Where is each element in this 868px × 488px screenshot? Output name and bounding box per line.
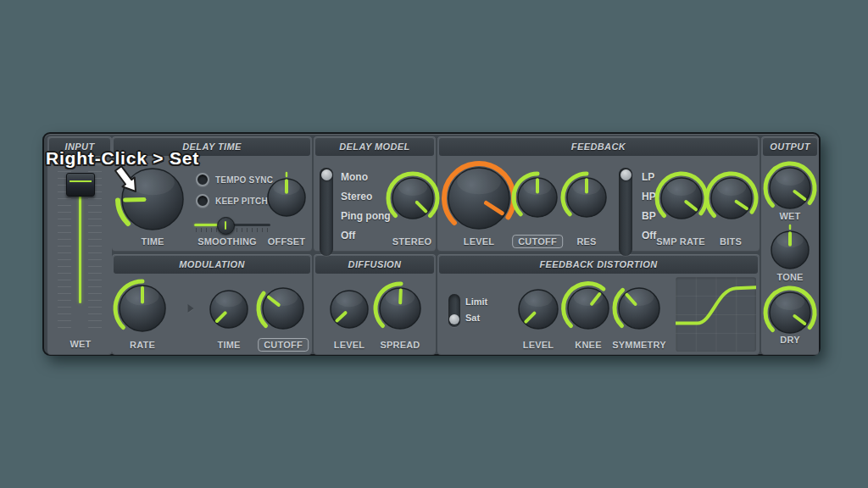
feedback-cutoff-knob[interactable]	[510, 170, 565, 225]
modulation-time-knob[interactable]	[203, 283, 255, 336]
modulation-route-arrow-icon	[188, 304, 194, 313]
slider-handle[interactable]	[66, 173, 95, 197]
diffusion-spread-knob-label: SPREAD	[380, 340, 420, 350]
option-off[interactable]: Off	[642, 226, 656, 246]
bits-knob-label: BITS	[720, 236, 742, 247]
distortion-mode-switch[interactable]	[448, 294, 460, 327]
output-dry-knob[interactable]	[762, 285, 818, 341]
modulation-cutoff-knob-label[interactable]: CUTOFF	[258, 338, 309, 352]
keep-pitch-led-button[interactable]	[196, 194, 209, 208]
smoothing-label: SMOOTHING	[198, 236, 257, 247]
smoothing-slider[interactable]	[194, 217, 270, 236]
distortion-mode-switch-handle[interactable]	[449, 314, 459, 324]
delay-model-selector-handle[interactable]	[321, 169, 332, 180]
tone-knob-label: TONE	[776, 272, 803, 282]
sample-rate-knob-label: SMP RATE	[656, 236, 704, 247]
feedback-panel-title: FEEDBACK	[439, 138, 758, 156]
diffusion-level-knob[interactable]	[323, 283, 376, 336]
feedback-level-knob[interactable]	[441, 160, 517, 236]
modulation-rate-knob[interactable]	[112, 278, 173, 339]
resonance-knob-label: RES	[576, 236, 596, 247]
option-limit[interactable]: Limit	[465, 294, 487, 310]
delay-time-knob-label: TIME	[141, 236, 164, 247]
diffusion-panel-title: DIFFUSION	[315, 256, 434, 274]
modulation-panel-title: MODULATION	[114, 256, 310, 274]
feedback-cutoff-knob-label[interactable]: CUTOFF	[512, 235, 563, 248]
tone-knob[interactable]	[764, 224, 816, 276]
diffusion-level-knob-label: LEVEL	[334, 340, 364, 350]
distortion-knee-knob[interactable]	[560, 280, 616, 336]
offset-knob[interactable]	[260, 171, 313, 224]
tempo-sync-led-button[interactable]	[196, 173, 209, 186]
modulation-rate-knob-label: RATE	[130, 340, 155, 350]
distortion-symmetry-knob-label: SYMMETRY	[612, 340, 666, 350]
option-stereo[interactable]: Stereo	[341, 187, 391, 207]
feedback-level-knob-label: LEVEL	[464, 236, 494, 247]
distortion-mode-options: LimitSat	[465, 294, 487, 326]
diffusion-spread-knob[interactable]	[372, 280, 428, 336]
sample-rate-knob[interactable]	[654, 170, 709, 226]
output-dry-knob-label: DRY	[780, 335, 799, 345]
stereo-knob[interactable]	[385, 170, 441, 226]
delay-model-panel-title: DELAY MODEL	[315, 138, 434, 156]
input-wet-slider[interactable]	[47, 136, 112, 355]
bits-knob[interactable]	[704, 170, 760, 226]
smoothing-handle[interactable]	[217, 217, 235, 235]
feedback-distortion-panel-title: FEEDBACK DISTORTION	[439, 256, 758, 274]
distortion-symmetry-knob[interactable]	[611, 280, 667, 336]
option-mono[interactable]: Mono	[341, 168, 391, 187]
distortion-curve-display	[676, 277, 756, 352]
option-ping-pong[interactable]: Ping pong	[341, 207, 391, 226]
offset-knob-label: OFFSET	[268, 236, 306, 247]
slider-value-line	[79, 192, 81, 303]
distortion-level-knob-label: LEVEL	[523, 340, 554, 350]
feedback-filter-selector-handle[interactable]	[620, 169, 632, 180]
modulation-cutoff-knob[interactable]	[255, 280, 311, 336]
modulation-time-knob-label: TIME	[217, 340, 240, 350]
output-panel-title: OUTPUT	[763, 138, 817, 156]
stereo-knob-label: STEREO	[392, 236, 431, 247]
annotation-arrow-icon	[113, 163, 147, 197]
feedback-filter-selector[interactable]	[619, 168, 632, 256]
input-wet-slider-label: WET	[70, 339, 91, 349]
output-wet-knob-label: WET	[779, 211, 800, 221]
distortion-level-knob[interactable]	[511, 282, 565, 336]
option-sat[interactable]: Sat	[465, 310, 487, 326]
output-wet-knob[interactable]	[762, 160, 818, 216]
delay-model-selector[interactable]	[320, 168, 333, 256]
option-off[interactable]: Off	[341, 226, 391, 246]
delay-model-options: MonoStereoPing pongOff	[341, 168, 391, 246]
distortion-knee-knob-label: KNEE	[575, 340, 601, 350]
resonance-knob[interactable]	[559, 170, 614, 225]
